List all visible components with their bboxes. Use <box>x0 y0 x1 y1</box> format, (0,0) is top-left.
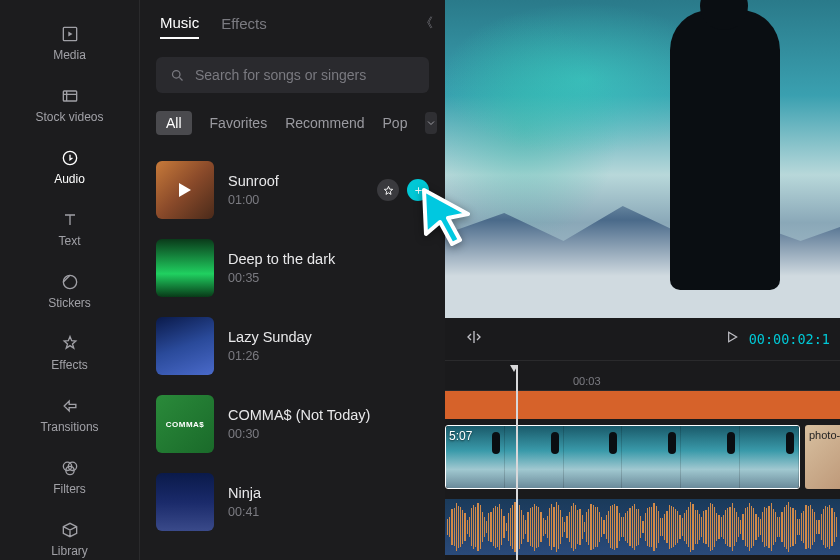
media-icon <box>60 24 80 44</box>
song-duration: 01:00 <box>228 193 279 207</box>
sidebar-item-media[interactable]: Media <box>0 14 139 76</box>
video-preview[interactable] <box>445 0 840 318</box>
stock-icon <box>60 86 80 106</box>
song-duration: 00:41 <box>228 505 261 519</box>
song-list: Sunroof 01:00 Deep to the dark 00:35 L <box>140 145 445 560</box>
search-placeholder: Search for songs or singers <box>195 67 366 83</box>
sidebar-item-text[interactable]: Text <box>0 200 139 262</box>
timeline-ruler[interactable]: 00:03 <box>445 361 840 391</box>
chip-more-button[interactable] <box>425 112 437 134</box>
song-title: COMMA$ (Not Today) <box>228 407 370 423</box>
chip-recommend[interactable]: Recommend <box>285 115 364 131</box>
song-thumbnail[interactable] <box>156 317 214 375</box>
sidebar-item-filters[interactable]: Filters <box>0 448 139 510</box>
preview-timeline-area: 00:00:02:1 00:03 5:07 photo- <box>445 0 840 560</box>
effects-icon <box>60 334 80 354</box>
song-thumbnail[interactable] <box>156 473 214 531</box>
sidebar-item-label: Transitions <box>40 420 98 434</box>
song-title: Sunroof <box>228 173 279 189</box>
library-icon <box>60 520 80 540</box>
sidebar-item-label: Audio <box>54 172 85 186</box>
sidebar-item-label: Stock videos <box>35 110 103 124</box>
mirror-button[interactable] <box>465 328 483 350</box>
chip-pop[interactable]: Pop <box>383 115 408 131</box>
svg-point-7 <box>173 70 181 78</box>
song-duration: 01:26 <box>228 349 312 363</box>
timeline-track-marker[interactable] <box>445 391 840 419</box>
timeline[interactable]: 00:03 5:07 photo- <box>445 360 840 560</box>
search-icon <box>170 68 185 83</box>
song-item[interactable]: COMMA$ (Not Today) 00:30 <box>156 385 429 463</box>
audio-panel: Music Effects 《 Search for songs or sing… <box>140 0 445 560</box>
song-title: Lazy Sunday <box>228 329 312 345</box>
sidebar-item-label: Media <box>53 48 86 62</box>
svg-point-3 <box>63 275 76 288</box>
sidebar-item-label: Stickers <box>48 296 91 310</box>
sidebar-item-transitions[interactable]: Transitions <box>0 386 139 448</box>
transitions-icon <box>60 396 80 416</box>
svg-rect-1 <box>63 91 76 101</box>
stickers-icon <box>60 272 80 292</box>
sidebar-rail: Media Stock videos Audio Text Stickers E… <box>0 0 140 560</box>
audio-track[interactable] <box>445 499 840 555</box>
song-item[interactable]: Ninja 00:41 <box>156 463 429 541</box>
song-item[interactable]: Sunroof 01:00 <box>156 151 429 229</box>
sidebar-item-label: Effects <box>51 358 87 372</box>
sidebar-item-label: Text <box>58 234 80 248</box>
favorite-button[interactable] <box>377 179 399 201</box>
collapse-panel-icon[interactable]: 《 <box>420 14 433 32</box>
tab-music[interactable]: Music <box>160 14 199 39</box>
clip-photo-label: photo- <box>809 429 840 441</box>
tutorial-cursor-icon <box>418 186 478 254</box>
tab-effects[interactable]: Effects <box>221 15 267 38</box>
song-item[interactable]: Deep to the dark 00:35 <box>156 229 429 307</box>
chevron-down-icon <box>425 117 437 129</box>
song-title: Ninja <box>228 485 261 501</box>
sidebar-item-stickers[interactable]: Stickers <box>0 262 139 324</box>
chip-all[interactable]: All <box>156 111 192 135</box>
song-duration: 00:30 <box>228 427 370 441</box>
star-icon <box>383 185 394 196</box>
sidebar-item-effects[interactable]: Effects <box>0 324 139 386</box>
clip-duration-label: 5:07 <box>449 429 472 443</box>
chip-favorites[interactable]: Favorites <box>210 115 268 131</box>
category-chips: All Favorites Recommend Pop <box>140 101 445 145</box>
song-item[interactable]: Lazy Sunday 01:26 <box>156 307 429 385</box>
ruler-tick: 00:03 <box>573 375 601 387</box>
filters-icon <box>60 458 80 478</box>
song-thumbnail[interactable] <box>156 395 214 453</box>
play-button[interactable] <box>724 329 740 349</box>
sidebar-item-label: Library <box>51 544 88 558</box>
song-thumbnail[interactable] <box>156 239 214 297</box>
song-title: Deep to the dark <box>228 251 335 267</box>
sidebar-item-audio[interactable]: Audio <box>0 138 139 200</box>
text-icon <box>60 210 80 230</box>
video-clip[interactable] <box>445 425 800 489</box>
timecode: 00:00:02:1 <box>749 331 830 347</box>
song-duration: 00:35 <box>228 271 335 285</box>
song-thumbnail[interactable] <box>156 161 214 219</box>
sidebar-item-library[interactable]: Library <box>0 510 139 560</box>
search-input[interactable]: Search for songs or singers <box>156 57 429 93</box>
sidebar-item-label: Filters <box>53 482 86 496</box>
audio-icon <box>60 148 80 168</box>
sidebar-item-stock[interactable]: Stock videos <box>0 76 139 138</box>
playhead[interactable] <box>516 365 518 560</box>
playback-controls: 00:00:02:1 <box>445 318 840 360</box>
